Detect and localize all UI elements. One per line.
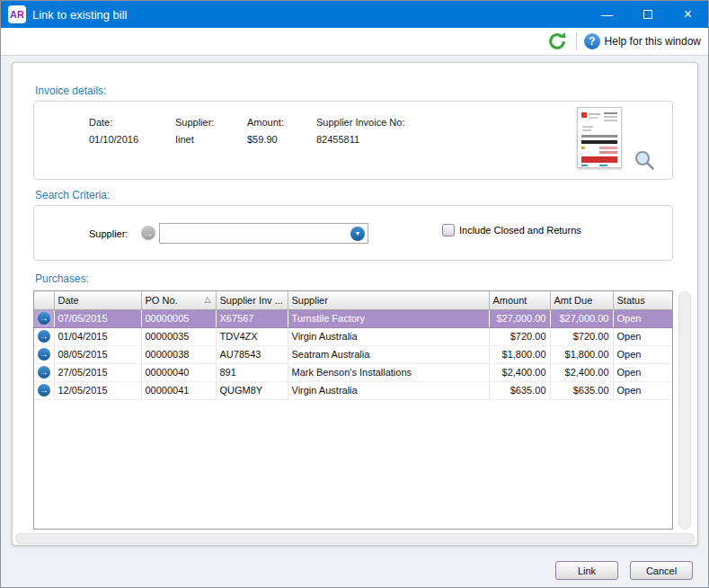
row-detail-cell: →	[34, 327, 54, 345]
help-icon: ?	[584, 33, 600, 49]
cell-status: Open	[613, 309, 672, 327]
open-row-arrow-icon[interactable]: →	[38, 384, 50, 396]
table-row[interactable]: → 27/05/2015 00000040 891 Mark Benson's …	[34, 363, 672, 381]
include-closed-checkbox[interactable]	[442, 224, 455, 236]
cell-status: Open	[613, 327, 672, 345]
window-title: Link to existing bill	[32, 8, 128, 22]
help-button[interactable]: ? Help for this window	[584, 33, 701, 49]
header-date[interactable]: Date	[54, 291, 141, 309]
open-row-arrow-icon[interactable]: →	[38, 366, 50, 379]
sort-ascending-icon: △	[205, 295, 211, 304]
open-row-arrow-icon[interactable]: →	[38, 330, 50, 343]
refresh-icon	[547, 31, 567, 51]
header-po-no[interactable]: PO No. △	[141, 291, 216, 309]
vertical-scrollbar[interactable]	[678, 291, 691, 530]
invoice-date-field: Date: 01/10/2016	[89, 117, 138, 145]
invoice-number-value: 82455811	[316, 134, 404, 145]
supplier-select-arrow-icon[interactable]: →	[141, 226, 155, 240]
invoice-details-heading: Invoice details:	[35, 85, 106, 97]
header-row-selector	[34, 291, 54, 309]
invoice-amount-field: Amount: $59.90	[247, 117, 284, 145]
table-header-row: Date PO No. △ Supplier Inv ... Supplier …	[34, 291, 672, 309]
close-button[interactable]: ×	[668, 1, 708, 28]
minimize-button[interactable]: —	[587, 1, 627, 28]
purchases-table-body: → 07/05/2015 00000005 X67567 Turnstile F…	[34, 309, 672, 399]
row-detail-cell: →	[34, 345, 54, 363]
close-icon: ×	[684, 6, 692, 22]
cell-amt-due: $2,400.00	[550, 363, 613, 381]
cell-po-no: 00000035	[141, 327, 216, 345]
purchases-table: Date PO No. △ Supplier Inv ... Supplier …	[33, 290, 673, 530]
link-button[interactable]: Link	[555, 561, 618, 580]
include-closed-label: Include Closed and Returns	[459, 225, 581, 236]
toolbar-separator	[576, 32, 577, 50]
cell-supplier-inv: X67567	[216, 309, 288, 327]
open-row-arrow-icon[interactable]: →	[38, 312, 50, 325]
cell-supplier-inv: TDV4ZX	[216, 327, 288, 345]
cell-supplier-inv: 891	[216, 363, 288, 381]
app-logo-text: AR	[10, 9, 24, 20]
cell-po-no: 00000041	[141, 381, 216, 399]
cell-date: 01/04/2015	[54, 327, 141, 345]
cancel-button[interactable]: Cancel	[630, 561, 693, 580]
supplier-combobox[interactable]: ▼	[159, 223, 368, 244]
app-logo-icon: AR	[8, 5, 26, 23]
invoice-supplier-label: Supplier:	[175, 117, 214, 128]
maximize-button[interactable]	[627, 1, 668, 28]
invoice-amount-label: Amount:	[247, 117, 284, 128]
invoice-details-box: Date: 01/10/2016 Supplier: Iinet Amount:…	[33, 101, 673, 180]
cell-amount: $2,400.00	[489, 363, 550, 381]
cell-amount: $27,000.00	[489, 309, 550, 327]
horizontal-scrollbar[interactable]	[15, 533, 695, 544]
cell-amt-due: $27,000.00	[550, 309, 613, 327]
cell-amt-due: $635.00	[550, 381, 613, 399]
search-criteria-box: Supplier: → ▼ Include Closed and Returns	[33, 205, 673, 261]
refresh-button[interactable]	[545, 30, 569, 53]
invoice-supplier-value: Iinet	[175, 134, 214, 145]
table-row[interactable]: → 12/05/2015 00000041 QUGM8Y Virgin Aust…	[34, 381, 672, 399]
cell-supplier: Seatram Australia	[288, 345, 489, 363]
header-supplier-inv[interactable]: Supplier Inv ...	[216, 291, 288, 309]
header-amount[interactable]: Amount	[489, 291, 550, 309]
cell-supplier: Mark Benson's Installations	[288, 363, 489, 381]
cell-status: Open	[613, 363, 672, 381]
maximize-icon	[643, 10, 652, 19]
invoice-number-field: Supplier Invoice No: 82455811	[316, 117, 404, 145]
cell-date: 08/05/2015	[54, 345, 141, 363]
cell-status: Open	[613, 381, 672, 399]
open-row-arrow-icon[interactable]: →	[38, 348, 50, 361]
cell-amt-due: $720.00	[550, 327, 613, 345]
cell-date: 12/05/2015	[54, 381, 141, 399]
invoice-thumbnail[interactable]	[577, 107, 622, 168]
cell-date: 27/05/2015	[54, 363, 141, 381]
cell-po-no: 00000040	[141, 363, 216, 381]
cell-po-no: 00000038	[141, 345, 216, 363]
table-row[interactable]: → 07/05/2015 00000005 X67567 Turnstile F…	[34, 309, 672, 327]
purchases-heading: Purchases:	[35, 272, 89, 285]
table-row[interactable]: → 01/04/2015 00000035 TDV4ZX Virgin Aust…	[34, 327, 672, 345]
cell-amount: $1,800.00	[489, 345, 550, 363]
cell-supplier: Virgin Australia	[288, 381, 489, 399]
chevron-down-icon[interactable]: ▼	[350, 227, 365, 241]
titlebar: AR Link to existing bill — ×	[1, 1, 708, 28]
invoice-number-label: Supplier Invoice No:	[316, 117, 404, 128]
link-to-existing-bill-dialog: AR Link to existing bill — ×	[0, 0, 709, 588]
header-status[interactable]: Status	[613, 291, 672, 309]
minimize-icon: —	[601, 8, 613, 22]
zoom-invoice-button[interactable]	[633, 148, 656, 172]
table-row[interactable]: → 08/05/2015 00000038 AU78543 Seatram Au…	[34, 345, 672, 363]
toolbar: ? Help for this window	[1, 28, 708, 56]
cell-date: 07/05/2015	[54, 309, 141, 327]
supplier-search-label: Supplier:	[89, 228, 128, 239]
invoice-supplier-field: Supplier: Iinet	[175, 117, 214, 145]
magnifier-icon	[633, 148, 656, 172]
search-criteria-heading: Search Criteria:	[35, 189, 110, 201]
invoice-date-value: 01/10/2016	[89, 134, 138, 145]
cell-supplier: Turnstile Factory	[288, 309, 489, 327]
supplier-input[interactable]	[160, 224, 350, 243]
row-detail-cell: →	[34, 309, 54, 327]
header-amt-due[interactable]: Amt Due	[550, 291, 613, 309]
cell-po-no: 00000005	[141, 309, 216, 327]
cell-supplier-inv: AU78543	[216, 345, 288, 363]
header-supplier[interactable]: Supplier	[288, 291, 489, 309]
